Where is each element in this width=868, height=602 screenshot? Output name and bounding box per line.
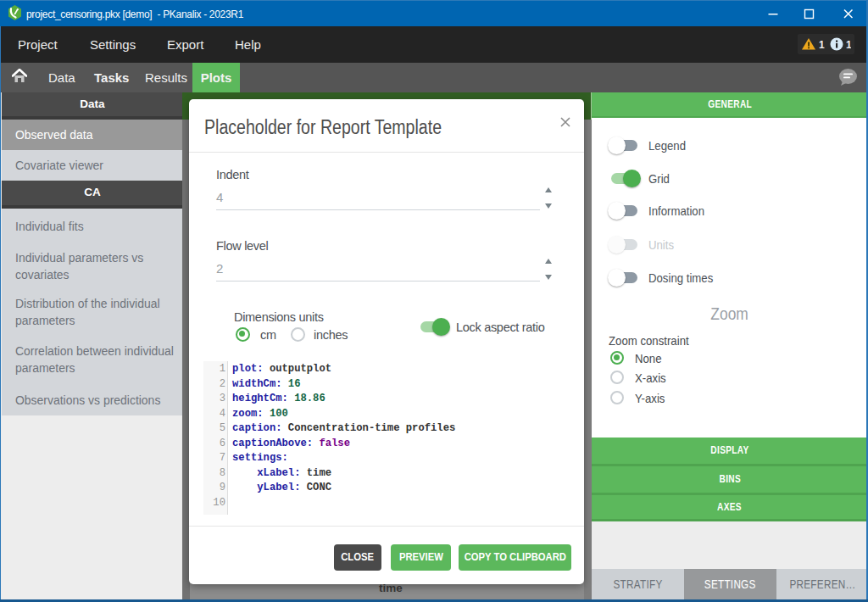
svg-text:1: 1	[846, 39, 851, 51]
svg-text:1: 1	[819, 39, 825, 51]
